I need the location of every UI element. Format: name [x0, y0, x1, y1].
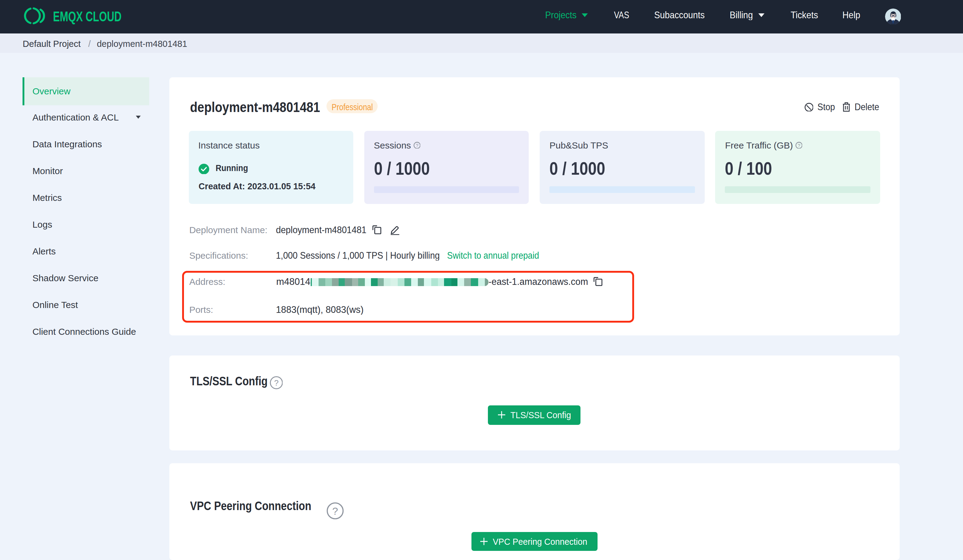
svg-text:?: ?: [332, 505, 338, 517]
svg-text:?: ?: [416, 142, 418, 147]
svg-text:?: ?: [274, 378, 278, 387]
svg-text:?: ?: [798, 142, 800, 147]
